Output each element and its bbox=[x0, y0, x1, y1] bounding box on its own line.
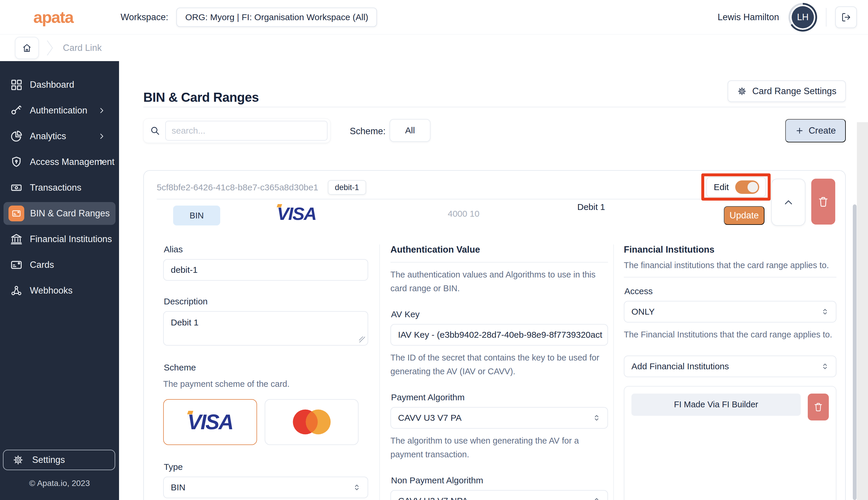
payment-algorithm-help: The algorithm to use when generating the… bbox=[390, 434, 608, 462]
sidebar-item-webhooks[interactable]: Webhooks bbox=[3, 279, 115, 302]
chevron-up-icon bbox=[782, 196, 795, 208]
chevron-right-icon bbox=[98, 158, 106, 166]
description-label: Description bbox=[164, 296, 368, 306]
type-label: Type bbox=[164, 462, 368, 472]
search-input[interactable] bbox=[165, 121, 328, 141]
bin-range-card: 5cf8bfe2-6426-41c8-b8e7-c365a8d30be1 deb… bbox=[143, 170, 846, 500]
trash-icon bbox=[813, 402, 824, 412]
logout-button[interactable] bbox=[835, 7, 857, 28]
pie-chart-icon bbox=[10, 130, 23, 143]
card-header-divider bbox=[157, 199, 701, 200]
resize-handle[interactable] bbox=[359, 337, 365, 342]
dashboard-icon bbox=[10, 78, 23, 91]
sidebar-item-financial-institutions[interactable]: Financial Institutions bbox=[3, 228, 115, 251]
auth-help: The authentication values and Algorithms… bbox=[390, 268, 608, 295]
sidebar-item-transactions[interactable]: Transactions bbox=[3, 176, 115, 199]
payment-algorithm-label: Payment Algorithm bbox=[391, 393, 608, 402]
record-alias-badge: debit-1 bbox=[328, 180, 366, 195]
trash-icon bbox=[817, 196, 830, 208]
apata-logo: apata bbox=[33, 8, 73, 26]
bin-value-preview: 4000 10 bbox=[448, 209, 479, 219]
form-columns: Alias Description Debit 1 Scheme The pay… bbox=[144, 228, 845, 500]
gear-icon bbox=[12, 454, 24, 466]
sidebar-item-authentication[interactable]: Authentication bbox=[3, 99, 115, 122]
auth-heading: Authentication Value bbox=[390, 245, 608, 263]
avatar-initials: LH bbox=[792, 6, 814, 29]
add-financial-institutions-select[interactable]: Add Financial Institutions bbox=[624, 355, 836, 377]
access-select[interactable]: ONLY bbox=[624, 301, 836, 322]
collapse-button[interactable] bbox=[771, 179, 806, 226]
scheme-option-visa[interactable]: VISA bbox=[163, 399, 257, 445]
type-badge: BIN bbox=[173, 206, 220, 225]
fi-name: FI Made Via FI Builder bbox=[631, 394, 801, 416]
non-payment-algorithm-label: Non Payment Algorithm bbox=[391, 475, 608, 485]
card-range-settings-button[interactable]: Card Range Settings bbox=[728, 80, 846, 102]
column-financial-institutions: Financial Institutions The financial ins… bbox=[614, 245, 836, 500]
bank-icon bbox=[10, 233, 23, 246]
fi-heading: Financial Institutions bbox=[624, 245, 836, 255]
chevron-right-icon bbox=[98, 132, 106, 141]
access-label: Access bbox=[624, 286, 836, 296]
av-key-help: The ID of the secret that contains the k… bbox=[390, 351, 608, 378]
copyright: © Apata.io, 2023 bbox=[0, 479, 119, 488]
edit-toggle[interactable] bbox=[735, 180, 759, 194]
sidebar-item-access-management[interactable]: Access Management bbox=[3, 151, 115, 173]
plus-icon bbox=[795, 126, 804, 135]
sidebar-item-cards[interactable]: Cards bbox=[3, 253, 115, 276]
scheme-option-mastercard[interactable] bbox=[265, 399, 358, 445]
type-select[interactable]: BIN bbox=[163, 477, 368, 498]
gear-icon bbox=[737, 86, 747, 96]
description-preview: Debit 1 bbox=[577, 202, 605, 212]
credit-card-icon bbox=[10, 259, 23, 271]
av-key-field[interactable]: IAV Key - (e3bb9402-28d7-40eb-98e9-8f773… bbox=[390, 324, 608, 345]
topbar-divider bbox=[826, 8, 826, 26]
payment-algorithm-select[interactable]: CAVV U3 V7 PA bbox=[390, 407, 608, 429]
avatar[interactable]: LH bbox=[788, 3, 817, 32]
fi-help: The financial institutions that the card… bbox=[624, 259, 836, 272]
scheme-filter-all-button[interactable]: All bbox=[390, 119, 431, 142]
sidebar-item-analytics[interactable]: Analytics bbox=[3, 125, 115, 148]
mastercard-logo bbox=[287, 406, 336, 438]
fi-list-item: FI Made Via FI Builder bbox=[631, 394, 829, 420]
scheme-help: The payment scheme of the card. bbox=[163, 377, 368, 391]
description-field[interactable]: Debit 1 bbox=[163, 311, 368, 345]
updown-icon bbox=[820, 307, 830, 317]
remove-fi-button[interactable] bbox=[808, 394, 829, 420]
visa-logo: VISA bbox=[187, 411, 233, 432]
app-window: apata Workspace: ORG: Myorg | FI: Organi… bbox=[0, 0, 868, 500]
main-content: BIN & Card Ranges Card Range Settings Sc… bbox=[119, 61, 868, 500]
sidebar-settings-button[interactable]: Settings bbox=[3, 450, 115, 470]
workspace-selector[interactable]: ORG: Myorg | FI: Organisation Workspace … bbox=[176, 8, 377, 27]
visa-logo: VISA bbox=[277, 205, 316, 223]
logout-icon bbox=[841, 12, 851, 22]
credit-card-icon bbox=[11, 208, 21, 218]
delete-range-button[interactable] bbox=[811, 179, 835, 225]
non-payment-algorithm-select[interactable]: CAVV U3 V7 NPA bbox=[390, 490, 608, 500]
alias-label: Alias bbox=[164, 245, 368, 254]
updown-icon bbox=[592, 413, 602, 423]
breadcrumb-current: Card Link bbox=[63, 43, 102, 53]
chevron-right-icon bbox=[98, 106, 106, 115]
home-button[interactable] bbox=[15, 37, 39, 59]
title-divider bbox=[143, 107, 846, 107]
updown-icon bbox=[352, 482, 362, 492]
av-key-label: AV Key bbox=[391, 309, 608, 319]
column-authentication: Authentication Value The authentication … bbox=[380, 245, 614, 500]
update-button[interactable]: Update bbox=[724, 206, 764, 225]
sidebar-item-bin-card-ranges[interactable]: BIN & Card Ranges bbox=[3, 202, 115, 225]
scrollbar-track[interactable] bbox=[857, 122, 868, 500]
scheme-filter-label: Scheme: bbox=[350, 126, 386, 137]
updown-icon bbox=[820, 361, 830, 371]
updown-icon bbox=[592, 496, 602, 500]
edit-toggle-group: Edit bbox=[706, 177, 766, 197]
page-title: BIN & Card Ranges bbox=[143, 90, 259, 105]
breadcrumb-chevron-icon bbox=[46, 39, 54, 56]
sidebar-item-dashboard[interactable]: Dashboard bbox=[3, 73, 115, 96]
webhook-icon bbox=[10, 284, 23, 297]
fi-list-panel: FI Made Via FI Builder bbox=[624, 386, 836, 500]
scheme-options: VISA bbox=[163, 399, 368, 445]
create-button[interactable]: Create bbox=[785, 119, 846, 143]
alias-field[interactable] bbox=[163, 259, 368, 281]
scrollbar-thumb[interactable] bbox=[853, 204, 857, 500]
search-icon bbox=[149, 125, 161, 136]
